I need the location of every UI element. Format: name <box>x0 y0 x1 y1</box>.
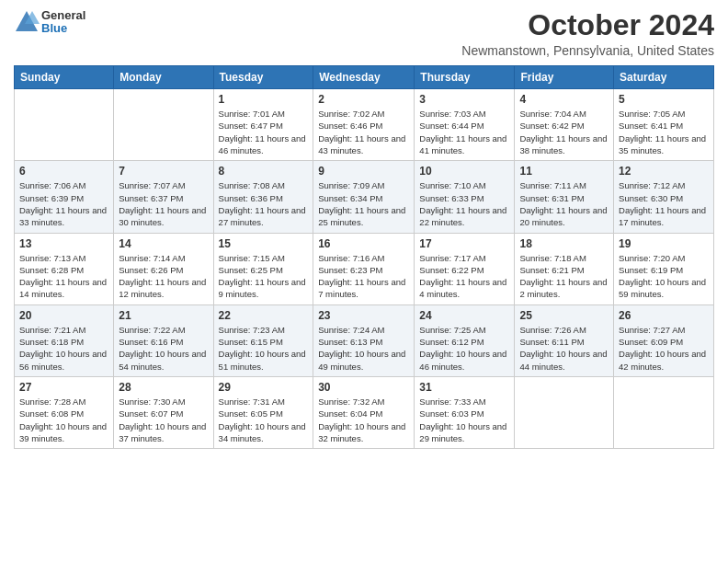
day-info: Sunrise: 7:25 AM Sunset: 6:12 PM Dayligh… <box>419 324 509 373</box>
day-info: Sunrise: 7:11 AM Sunset: 6:31 PM Dayligh… <box>519 179 609 228</box>
day-info: Sunrise: 7:32 AM Sunset: 6:04 PM Dayligh… <box>318 396 409 444</box>
col-friday: Friday <box>515 66 614 89</box>
day-number: 13 <box>19 237 108 250</box>
day-number: 1 <box>219 93 309 106</box>
calendar-cell: 20Sunrise: 7:21 AM Sunset: 6:18 PM Dayli… <box>15 304 114 376</box>
logo-blue-text: Blue <box>41 22 85 35</box>
day-number: 14 <box>119 237 208 250</box>
calendar-week-1: 1Sunrise: 7:01 AM Sunset: 6:47 PM Daylig… <box>15 89 714 161</box>
day-number: 28 <box>119 381 208 394</box>
day-number: 21 <box>119 309 208 322</box>
calendar-cell: 17Sunrise: 7:17 AM Sunset: 6:22 PM Dayli… <box>415 233 515 304</box>
day-info: Sunrise: 7:12 AM Sunset: 6:30 PM Dayligh… <box>619 179 709 228</box>
calendar-cell: 2Sunrise: 7:02 AM Sunset: 6:46 PM Daylig… <box>313 89 415 161</box>
day-info: Sunrise: 7:01 AM Sunset: 6:47 PM Dayligh… <box>219 108 309 156</box>
calendar: Sunday Monday Tuesday Wednesday Thursday… <box>14 65 714 449</box>
day-number: 15 <box>219 237 309 250</box>
month-title: October 2024 <box>461 9 714 41</box>
location-title: Newmanstown, Pennsylvania, United States <box>461 43 714 58</box>
day-number: 22 <box>219 309 309 322</box>
day-info: Sunrise: 7:31 AM Sunset: 6:05 PM Dayligh… <box>219 396 309 444</box>
page: General Blue October 2024 Newmanstown, P… <box>0 0 728 563</box>
day-info: Sunrise: 7:28 AM Sunset: 6:08 PM Dayligh… <box>19 396 108 444</box>
day-info: Sunrise: 7:14 AM Sunset: 6:26 PM Dayligh… <box>119 252 208 301</box>
col-saturday: Saturday <box>614 66 714 89</box>
day-number: 17 <box>419 237 509 250</box>
header: General Blue October 2024 Newmanstown, P… <box>14 9 714 58</box>
day-number: 3 <box>419 93 509 106</box>
logo-text: General Blue <box>41 9 85 36</box>
calendar-cell: 13Sunrise: 7:13 AM Sunset: 6:28 PM Dayli… <box>15 233 114 304</box>
calendar-cell: 10Sunrise: 7:10 AM Sunset: 6:33 PM Dayli… <box>415 161 515 233</box>
calendar-cell <box>114 89 213 161</box>
calendar-cell <box>515 376 614 448</box>
logo-general-text: General <box>41 9 85 22</box>
calendar-cell: 11Sunrise: 7:11 AM Sunset: 6:31 PM Dayli… <box>515 161 614 233</box>
day-number: 9 <box>318 165 409 178</box>
day-number: 4 <box>519 93 609 106</box>
calendar-cell: 4Sunrise: 7:04 AM Sunset: 6:42 PM Daylig… <box>515 89 614 161</box>
day-number: 8 <box>219 165 309 178</box>
day-info: Sunrise: 7:17 AM Sunset: 6:22 PM Dayligh… <box>419 252 509 301</box>
calendar-cell: 26Sunrise: 7:27 AM Sunset: 6:09 PM Dayli… <box>614 304 714 376</box>
day-info: Sunrise: 7:08 AM Sunset: 6:36 PM Dayligh… <box>219 179 309 228</box>
day-info: Sunrise: 7:13 AM Sunset: 6:28 PM Dayligh… <box>19 252 108 301</box>
day-number: 18 <box>519 237 609 250</box>
day-number: 5 <box>619 93 709 106</box>
col-thursday: Thursday <box>415 66 515 89</box>
day-info: Sunrise: 7:02 AM Sunset: 6:46 PM Dayligh… <box>318 108 409 156</box>
title-block: October 2024 Newmanstown, Pennsylvania, … <box>461 9 714 58</box>
day-info: Sunrise: 7:30 AM Sunset: 6:07 PM Dayligh… <box>119 396 208 444</box>
day-number: 19 <box>619 237 709 250</box>
day-info: Sunrise: 7:05 AM Sunset: 6:41 PM Dayligh… <box>619 108 709 156</box>
day-number: 6 <box>19 165 108 178</box>
logo: General Blue <box>14 9 85 36</box>
day-info: Sunrise: 7:04 AM Sunset: 6:42 PM Dayligh… <box>519 108 609 156</box>
calendar-cell: 18Sunrise: 7:18 AM Sunset: 6:21 PM Dayli… <box>515 233 614 304</box>
day-info: Sunrise: 7:24 AM Sunset: 6:13 PM Dayligh… <box>318 324 409 373</box>
day-number: 20 <box>19 309 108 322</box>
day-number: 25 <box>519 309 609 322</box>
calendar-cell <box>15 89 114 161</box>
calendar-week-5: 27Sunrise: 7:28 AM Sunset: 6:08 PM Dayli… <box>15 376 714 448</box>
day-info: Sunrise: 7:23 AM Sunset: 6:15 PM Dayligh… <box>219 324 309 373</box>
day-number: 30 <box>318 381 409 394</box>
day-number: 31 <box>419 381 509 394</box>
day-info: Sunrise: 7:22 AM Sunset: 6:16 PM Dayligh… <box>119 324 208 373</box>
day-info: Sunrise: 7:33 AM Sunset: 6:03 PM Dayligh… <box>419 396 509 444</box>
day-number: 29 <box>219 381 309 394</box>
logo-icon <box>14 9 40 35</box>
day-info: Sunrise: 7:06 AM Sunset: 6:39 PM Dayligh… <box>19 179 108 228</box>
calendar-cell: 15Sunrise: 7:15 AM Sunset: 6:25 PM Dayli… <box>213 233 313 304</box>
day-info: Sunrise: 7:21 AM Sunset: 6:18 PM Dayligh… <box>19 324 108 373</box>
day-number: 16 <box>318 237 409 250</box>
day-number: 24 <box>419 309 509 322</box>
day-info: Sunrise: 7:15 AM Sunset: 6:25 PM Dayligh… <box>219 252 309 301</box>
day-info: Sunrise: 7:26 AM Sunset: 6:11 PM Dayligh… <box>519 324 609 373</box>
calendar-cell: 9Sunrise: 7:09 AM Sunset: 6:34 PM Daylig… <box>313 161 415 233</box>
day-info: Sunrise: 7:07 AM Sunset: 6:37 PM Dayligh… <box>119 179 208 228</box>
day-number: 12 <box>619 165 709 178</box>
day-number: 7 <box>119 165 208 178</box>
calendar-cell: 5Sunrise: 7:05 AM Sunset: 6:41 PM Daylig… <box>614 89 714 161</box>
calendar-cell: 30Sunrise: 7:32 AM Sunset: 6:04 PM Dayli… <box>313 376 415 448</box>
day-info: Sunrise: 7:18 AM Sunset: 6:21 PM Dayligh… <box>519 252 609 301</box>
calendar-cell: 1Sunrise: 7:01 AM Sunset: 6:47 PM Daylig… <box>213 89 313 161</box>
calendar-cell: 23Sunrise: 7:24 AM Sunset: 6:13 PM Dayli… <box>313 304 415 376</box>
calendar-cell: 7Sunrise: 7:07 AM Sunset: 6:37 PM Daylig… <box>114 161 213 233</box>
day-number: 23 <box>318 309 409 322</box>
calendar-cell: 22Sunrise: 7:23 AM Sunset: 6:15 PM Dayli… <box>213 304 313 376</box>
calendar-week-2: 6Sunrise: 7:06 AM Sunset: 6:39 PM Daylig… <box>15 161 714 233</box>
calendar-cell: 19Sunrise: 7:20 AM Sunset: 6:19 PM Dayli… <box>614 233 714 304</box>
col-sunday: Sunday <box>15 66 114 89</box>
calendar-cell: 29Sunrise: 7:31 AM Sunset: 6:05 PM Dayli… <box>213 376 313 448</box>
header-row: Sunday Monday Tuesday Wednesday Thursday… <box>15 66 714 89</box>
day-info: Sunrise: 7:16 AM Sunset: 6:23 PM Dayligh… <box>318 252 409 301</box>
calendar-week-3: 13Sunrise: 7:13 AM Sunset: 6:28 PM Dayli… <box>15 233 714 304</box>
day-info: Sunrise: 7:09 AM Sunset: 6:34 PM Dayligh… <box>318 179 409 228</box>
calendar-cell: 28Sunrise: 7:30 AM Sunset: 6:07 PM Dayli… <box>114 376 213 448</box>
calendar-cell: 21Sunrise: 7:22 AM Sunset: 6:16 PM Dayli… <box>114 304 213 376</box>
day-number: 10 <box>419 165 509 178</box>
calendar-cell: 8Sunrise: 7:08 AM Sunset: 6:36 PM Daylig… <box>213 161 313 233</box>
day-info: Sunrise: 7:03 AM Sunset: 6:44 PM Dayligh… <box>419 108 509 156</box>
